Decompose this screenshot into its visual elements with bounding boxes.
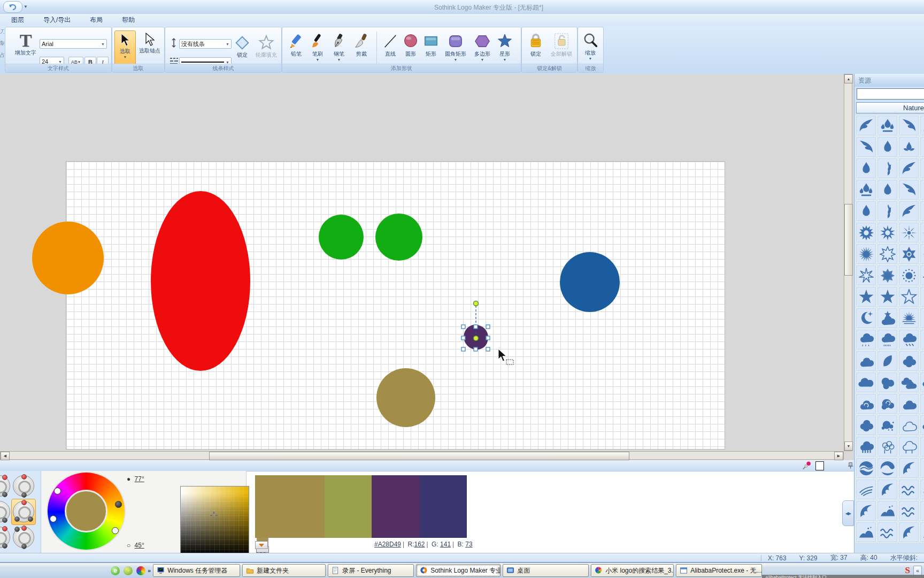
resource-sun-dot[interactable] (877, 265, 897, 285)
rotation-handle[interactable] (474, 301, 479, 306)
resource-flame-wisp[interactable] (920, 158, 924, 178)
resource-sun-thin[interactable] (920, 223, 924, 242)
font-family-combo[interactable]: Arial▼ (40, 39, 107, 49)
resource-cloud-a[interactable] (899, 394, 919, 414)
resource-wave-lines[interactable] (920, 480, 924, 499)
scroll-right-button[interactable]: ▶ (834, 452, 843, 460)
palette-swatch-2[interactable] (372, 475, 420, 538)
resource-sun-spiky[interactable] (877, 223, 897, 242)
resource-cloud-swirl[interactable] (920, 394, 924, 414)
resource-flame-swoosh-r[interactable] (920, 201, 924, 221)
tray-chevron-button[interactable]: « (913, 566, 922, 575)
resource-sheep[interactable] (856, 437, 876, 457)
resource-sun-star[interactable] (899, 244, 919, 264)
taskbar-button-5[interactable]: 小米 logo的搜索结果_3... (591, 564, 674, 577)
hex-value[interactable]: #A28D49 (374, 541, 401, 548)
palette-dropdown-button[interactable] (255, 541, 268, 549)
resource-wave-circle2[interactable] (877, 458, 897, 478)
brush-tool[interactable]: 笔刷 ▼ (308, 33, 327, 61)
resource-sun-outline[interactable] (877, 244, 897, 264)
palette-swatch-3[interactable] (420, 475, 467, 538)
resource-storm-cloud[interactable] (899, 330, 919, 349)
stroke-style-combo[interactable]: 没有线条▼ (179, 39, 232, 49)
harmony-mode-2[interactable] (13, 475, 34, 497)
resource-moon-star[interactable] (920, 287, 924, 307)
harmony-mode-4[interactable] (13, 501, 34, 522)
resource-sun-dotted[interactable] (899, 265, 919, 285)
resource-cloud-a[interactable] (920, 308, 924, 328)
taskbar-button-2[interactable]: 录屏 - Everything (328, 564, 414, 577)
resource-flame-drop[interactable] (920, 180, 924, 200)
crop-tool[interactable]: 剪裁 (351, 33, 372, 58)
resource-cloud-a[interactable] (920, 351, 924, 371)
resource-cloud-outline[interactable] (899, 415, 919, 435)
resource-flame-plant[interactable] (899, 137, 919, 157)
outline-fill-button[interactable]: 轮廓填充 (253, 35, 280, 59)
red-ellipse[interactable] (151, 191, 250, 371)
saturation-value-square[interactable] (180, 486, 249, 555)
resource-sun-burst[interactable] (920, 244, 924, 264)
vertical-scrollbar[interactable]: ▲ ▼ (844, 74, 852, 451)
select-button[interactable]: 选取 ▼ (114, 31, 136, 66)
resource-flame-bonfire[interactable] (877, 116, 897, 135)
resource-sheep-outline[interactable] (899, 437, 919, 457)
resource-sunrise[interactable] (899, 308, 919, 328)
resource-rain-heavy[interactable] (877, 330, 897, 349)
center-handle[interactable] (474, 336, 479, 341)
resource-sun-thin[interactable] (899, 223, 919, 242)
quick-launch-plus-icon[interactable]: + (124, 566, 133, 575)
sogou-tray-icon[interactable]: S (905, 565, 910, 576)
circle-shape-tool[interactable]: 圆形 (401, 33, 420, 58)
resource-cloud-blob[interactable] (877, 372, 897, 392)
resource-flame-swoosh[interactable] (899, 158, 919, 178)
menu-item-3[interactable]: 帮助 (120, 14, 137, 26)
resource-rain-cloud[interactable] (920, 330, 924, 349)
resource-flame-drop[interactable] (877, 137, 897, 157)
resource-wave-curl[interactable] (877, 480, 897, 499)
resource-wave-zigzag[interactable] (899, 480, 919, 499)
resource-flame-swoosh[interactable] (856, 116, 876, 135)
round-rect-shape-tool[interactable]: 圆角矩形 ▼ (442, 33, 469, 61)
resource-wave-curl[interactable] (899, 522, 919, 542)
resource-wave-curl[interactable] (856, 501, 876, 521)
resource-wave-curl[interactable] (920, 501, 924, 521)
color-wheel[interactable] (48, 473, 125, 550)
taskbar-button-3[interactable]: Sothink Logo Maker 专业... (416, 564, 500, 577)
resource-cloud-b[interactable] (856, 372, 876, 392)
blue-circle[interactable] (560, 252, 620, 312)
taskbar-button-4[interactable]: 桌面 (503, 564, 589, 577)
resources-search-input[interactable] (857, 88, 924, 100)
resource-drop-leaf[interactable] (877, 351, 897, 371)
resource-flame-wisp[interactable] (877, 158, 897, 178)
taskbar-button-1[interactable]: 新建文件夹 (242, 564, 326, 577)
resource-flame-swoosh-r[interactable] (856, 137, 876, 157)
menu-item-0[interactable]: 图层 (9, 14, 26, 26)
angle-bottom-label[interactable]: ○ 45° (127, 542, 144, 549)
resource-sun-burst[interactable] (856, 244, 876, 264)
category-header[interactable]: Nature (856, 102, 924, 113)
pen-tool[interactable]: 钢笔 ▼ (329, 33, 349, 61)
horizontal-scroll-thumb[interactable] (209, 452, 629, 460)
resource-flame-swoosh-r[interactable] (899, 180, 919, 200)
resource-cloud-double[interactable] (899, 372, 919, 392)
resource-cloud-puffy[interactable] (899, 351, 919, 371)
resource-wave-splash[interactable] (877, 501, 897, 521)
resource-wave-lines[interactable] (856, 480, 876, 499)
wheel-marker-primary[interactable] (115, 501, 122, 508)
quick-launch-ie-icon[interactable]: e (111, 566, 120, 575)
green-circle-1[interactable] (319, 215, 364, 260)
pencil-tool[interactable]: 铅笔 (287, 33, 306, 58)
unlock-all-button[interactable]: 全部解锁 (548, 33, 575, 58)
resource-sun-sparse[interactable] (920, 265, 924, 285)
resource-star-filled[interactable] (856, 287, 876, 307)
harmony-mode-5[interactable] (0, 527, 10, 548)
resource-star-cloud[interactable] (877, 308, 897, 328)
resource-flame-drop[interactable] (920, 137, 924, 157)
horizontal-scrollbar[interactable]: ◀ ▶ (0, 451, 844, 460)
resource-cloud-b[interactable] (920, 372, 924, 392)
current-stroke-swatch[interactable] (815, 461, 824, 470)
canvas-area[interactable]: ▲ ▼ ◀ ▶ (0, 74, 854, 460)
g-value[interactable]: 141 (440, 541, 451, 548)
harmony-mode-3[interactable] (0, 501, 10, 522)
harmony-mode-6[interactable] (13, 527, 34, 548)
